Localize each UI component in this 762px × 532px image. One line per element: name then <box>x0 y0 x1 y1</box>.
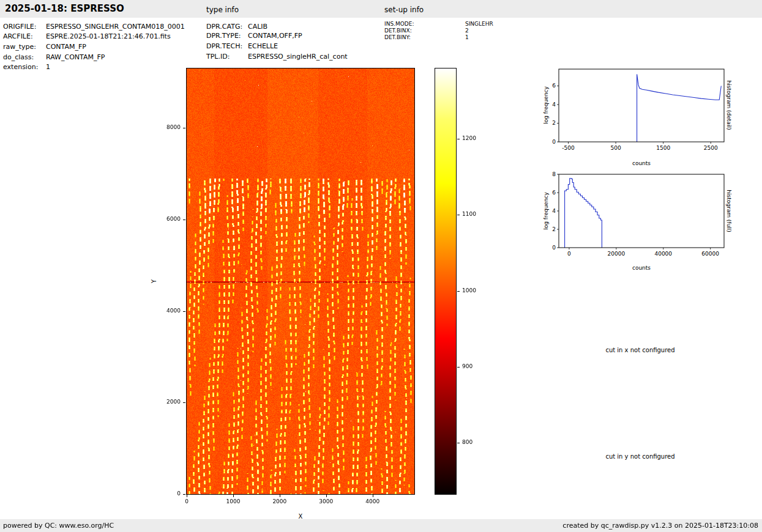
field-label: DPR.TYPE: <box>206 32 248 40</box>
type-info-row: DPR.TYPE:CONTAM,OFF,FP <box>206 32 302 40</box>
field-value: 2 <box>465 28 469 34</box>
y-tick-label: 4 <box>552 208 556 214</box>
x-tick <box>373 495 373 497</box>
colorbar <box>435 68 457 495</box>
colorbar-tick <box>457 139 460 139</box>
x-tick-label: 20000 <box>608 251 626 257</box>
field-label: raw_type: <box>3 43 46 51</box>
field-value: CALIB <box>248 23 267 31</box>
y-tick-label: 0 <box>552 245 556 251</box>
x-tick <box>280 495 280 497</box>
colorbar-tick-label: 900 <box>462 363 473 369</box>
footer-right-text: created by qc_rawdisp.py v1.2.3 on 2025-… <box>562 522 758 530</box>
y-tick <box>183 494 185 495</box>
x-tick-label: 3000 <box>314 498 338 504</box>
histogram-detail-plot: -500500150025000246 <box>537 66 733 166</box>
y-tick-label: 2 <box>552 120 556 126</box>
cut-x-message: cut in x not configured <box>605 347 674 353</box>
field-value: CONTAM,OFF,FP <box>248 32 302 40</box>
field-label: extension: <box>3 63 46 71</box>
field-label: ORIGFILE: <box>3 23 46 31</box>
type-info-row: DPR.TECH:ECHELLE <box>206 42 278 50</box>
x-tick-label: 0 <box>567 251 571 257</box>
field-value: 1 <box>465 34 469 40</box>
field-value: SINGLEHR <box>465 21 493 27</box>
metadata-row: extension:1 <box>3 63 50 71</box>
type-info-row: TPL.ID:ESPRESSO_singleHR_cal_cont <box>206 53 348 61</box>
x-tick <box>187 495 187 497</box>
header-bar: 2025-01-18: ESPRESSO type info set-up in… <box>0 0 762 18</box>
histogram-detail-side-label: histogram (detail) <box>726 81 732 130</box>
field-label: do_class: <box>3 53 46 61</box>
metadata-row: raw_type:CONTAM_FP <box>3 43 86 51</box>
footer-left-text: powered by QC: www.eso.org/HC <box>3 522 114 530</box>
y-tick-label: 2000 <box>156 399 181 405</box>
raw-image-frame <box>186 68 415 495</box>
setup-info-row: DET.BINY:1 <box>384 34 469 40</box>
field-value: ESPRESSO_singleHR_cal_cont <box>248 53 348 61</box>
y-tick <box>183 220 185 220</box>
x-tick-label: 4000 <box>360 498 385 504</box>
field-label: DET.BINY: <box>384 34 465 40</box>
histogram-full-side-label: histogram (full) <box>726 190 732 232</box>
x-tick-label: 1000 <box>221 498 245 504</box>
y-tick <box>183 128 185 128</box>
setup-info-row: DET.BINX:2 <box>384 28 469 34</box>
field-label: DPR.CATG: <box>206 23 248 31</box>
axes-frame <box>559 69 724 142</box>
histogram-detail-xlabel: counts <box>632 160 651 166</box>
x-tick-label: 2500 <box>704 145 718 151</box>
colorbar-tick <box>457 215 460 215</box>
y-tick-label: 0 <box>156 490 181 497</box>
metadata-row: do_class:RAW_CONTAM_FP <box>3 53 105 61</box>
y-tick <box>183 311 185 312</box>
field-value: RAW_CONTAM_FP <box>46 53 105 61</box>
y-tick-label: 4000 <box>156 308 181 314</box>
histogram-line <box>565 179 602 248</box>
y-tick-label: 8 <box>552 171 556 177</box>
y-tick-label: 2 <box>552 226 556 232</box>
field-label: DPR.TECH: <box>206 42 248 50</box>
field-label: TPL.ID: <box>206 53 248 61</box>
colorbar-tick-label: 1100 <box>462 211 476 217</box>
field-label: ARCFILE: <box>3 32 46 40</box>
setup-info-row: INS.MODE:SINGLEHR <box>384 21 493 27</box>
y-tick-label: 6 <box>552 83 556 89</box>
y-tick-label: 8000 <box>156 124 181 130</box>
field-value: 1 <box>46 63 50 71</box>
colorbar-tick-label: 1000 <box>462 287 476 294</box>
metadata-row: ARCFILE:ESPRE.2025-01-18T21:21:46.701.fi… <box>3 32 171 40</box>
metadata-row: ORIGFILE:ESPRESSO_SINGLEHR_CONTAM018_000… <box>3 23 185 31</box>
type-info-heading: type info <box>206 6 239 14</box>
y-tick-label: 6000 <box>156 216 181 222</box>
page-title: 2025-01-18: ESPRESSO <box>5 3 124 14</box>
histogram-full-plot: 020000400006000002468 <box>537 171 733 272</box>
axes-frame <box>559 174 724 248</box>
histogram-full-xlabel: counts <box>632 265 651 271</box>
field-value: CONTAM_FP <box>46 43 86 51</box>
field-value: ECHELLE <box>248 42 278 50</box>
x-tick-label: 0 <box>174 498 199 504</box>
colorbar-tick-label: 800 <box>462 439 473 445</box>
field-value: ESPRESSO_SINGLEHR_CONTAM018_0001 <box>46 23 185 31</box>
type-info-row: DPR.CATG:CALIB <box>206 23 267 31</box>
x-tick-label: 1500 <box>656 145 670 151</box>
x-tick-label: 500 <box>611 145 621 151</box>
y-tick-label: 6 <box>552 190 556 196</box>
histogram-detail-ylabel: log frequency <box>543 86 549 124</box>
x-tick-label: 40000 <box>654 251 672 257</box>
cut-y-message: cut in y not configured <box>605 453 674 460</box>
colorbar-tick <box>457 291 460 292</box>
field-value: ESPRE.2025-01-18T21:21:46.701.fits <box>46 32 171 40</box>
footer-bar: powered by QC: www.eso.org/HC created by… <box>0 519 762 532</box>
field-label: DET.BINX: <box>384 28 465 34</box>
x-tick <box>326 495 327 497</box>
y-axis-label: Y <box>151 279 157 283</box>
y-tick <box>183 402 185 403</box>
colorbar-tick <box>457 367 460 368</box>
x-tick-label: 2000 <box>267 498 292 504</box>
y-tick-label: 4 <box>552 102 556 108</box>
colorbar-tick-label: 1200 <box>462 135 476 141</box>
y-tick-label: 0 <box>552 139 556 145</box>
detector-image <box>187 68 414 494</box>
